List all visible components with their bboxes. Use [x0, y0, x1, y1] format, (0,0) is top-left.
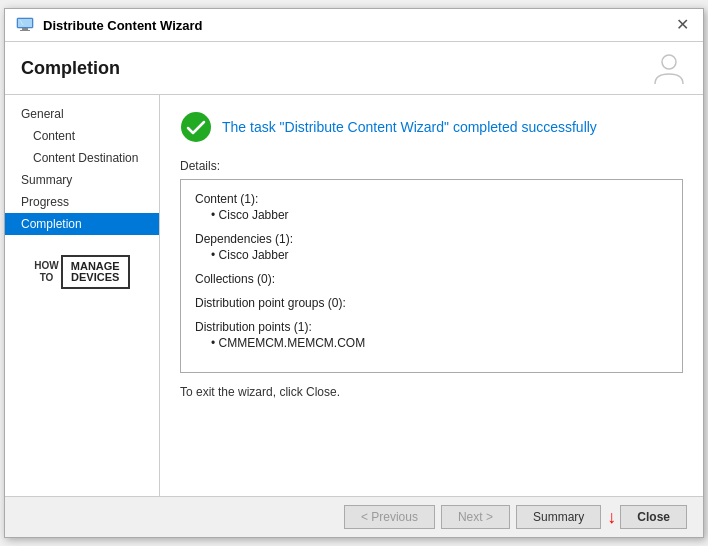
dpgroups-section-title: Distribution point groups (0):	[195, 296, 668, 310]
sidebar-item-content[interactable]: Content	[5, 125, 159, 147]
close-window-button[interactable]: ✕	[672, 17, 693, 33]
svg-point-5	[662, 55, 676, 69]
detail-section-dpgroups: Distribution point groups (0):	[195, 296, 668, 310]
logo-to: TO	[34, 272, 58, 284]
detail-section-dependencies: Dependencies (1): Cisco Jabber	[195, 232, 668, 262]
close-button[interactable]: Close	[620, 505, 687, 529]
dp-section-title: Distribution points (1):	[195, 320, 668, 334]
success-message: The task "Distribute Content Wizard" com…	[222, 119, 597, 135]
sidebar: General Content Content Destination Summ…	[5, 95, 160, 496]
svg-rect-2	[20, 30, 30, 31]
logo-box: MANAGE DEVICES	[61, 255, 130, 289]
sidebar-item-progress[interactable]: Progress	[5, 191, 159, 213]
previous-button[interactable]: < Previous	[344, 505, 435, 529]
detail-section-content: Content (1): Cisco Jabber	[195, 192, 668, 222]
user-icon	[651, 50, 687, 86]
collections-section-title: Collections (0):	[195, 272, 668, 286]
logo-how: HOW	[34, 260, 58, 272]
success-icon	[180, 111, 212, 143]
sidebar-logo: HOW TO MANAGE DEVICES	[5, 255, 159, 289]
footer: < Previous Next > Summary ↓ Close	[5, 496, 703, 537]
svg-point-6	[181, 112, 211, 142]
logo-devices: DEVICES	[71, 272, 120, 283]
content-section-title: Content (1):	[195, 192, 668, 206]
dependencies-section-title: Dependencies (1):	[195, 232, 668, 246]
body-area: General Content Content Destination Summ…	[5, 95, 703, 496]
detail-section-dp: Distribution points (1): CMMEMCM.MEMCM.C…	[195, 320, 668, 350]
header-title: Completion	[21, 58, 120, 79]
wizard-window: Distribute Content Wizard ✕ Completion G…	[4, 8, 704, 538]
dependency-item-0: Cisco Jabber	[195, 248, 668, 262]
header-bar: Completion	[5, 42, 703, 95]
red-arrow-icon: ↓	[607, 507, 616, 528]
sidebar-item-content-destination[interactable]: Content Destination	[5, 147, 159, 169]
details-label: Details:	[180, 159, 683, 173]
title-bar: Distribute Content Wizard ✕	[5, 9, 703, 42]
window-title: Distribute Content Wizard	[43, 18, 203, 33]
sidebar-item-summary[interactable]: Summary	[5, 169, 159, 191]
main-content: The task "Distribute Content Wizard" com…	[160, 95, 703, 496]
exit-text: To exit the wizard, click Close.	[180, 385, 683, 399]
details-box: Content (1): Cisco Jabber Dependencies (…	[180, 179, 683, 373]
window-icon	[15, 15, 35, 35]
title-bar-left: Distribute Content Wizard	[15, 15, 203, 35]
sidebar-item-completion[interactable]: Completion	[5, 213, 159, 235]
next-button[interactable]: Next >	[441, 505, 510, 529]
close-area: ↓ Close	[607, 505, 687, 529]
detail-section-collections: Collections (0):	[195, 272, 668, 286]
content-item-0: Cisco Jabber	[195, 208, 668, 222]
summary-button[interactable]: Summary	[516, 505, 601, 529]
success-banner: The task "Distribute Content Wizard" com…	[180, 111, 683, 143]
dp-item-0: CMMEMCM.MEMCM.COM	[195, 336, 668, 350]
sidebar-item-general[interactable]: General	[5, 103, 159, 125]
svg-rect-1	[22, 28, 28, 30]
